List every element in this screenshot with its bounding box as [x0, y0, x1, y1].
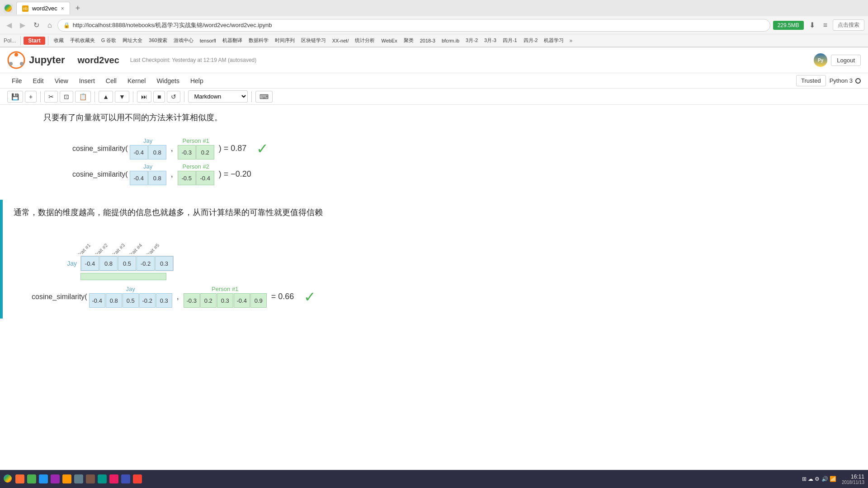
bookmark-web[interactable]: 网址大全: [120, 36, 145, 45]
trait-header-1: Trait #1: [77, 227, 94, 254]
bookmark-stats[interactable]: 统计分析: [352, 36, 377, 45]
bookmark-tf[interactable]: tensorfl: [197, 37, 219, 44]
kernel-info: Python 3: [830, 77, 861, 84]
copy-button[interactable]: ⊡: [60, 91, 73, 103]
cut-button[interactable]: ✂: [44, 91, 58, 103]
cell-type-select[interactable]: Markdown Code Raw NBConvert: [188, 90, 248, 103]
jay-5d-0: -0.4: [89, 293, 105, 308]
jay-cell-1-1: 0.8: [148, 145, 166, 160]
move-up-button[interactable]: ▲: [99, 91, 113, 103]
search-text[interactable]: 点击搜索: [833, 19, 864, 31]
taskbar-icon-3[interactable]: [27, 474, 36, 483]
bookmark-mar3[interactable]: 3月-3: [481, 36, 499, 45]
taskbar-icon-12[interactable]: [133, 474, 142, 483]
jay-vector-1: Jay -0.4 0.8: [130, 137, 166, 160]
kernel-circle: [855, 78, 861, 84]
taskbar-left: [4, 474, 142, 483]
p1-cell-1-1: 0.2: [196, 145, 214, 160]
trusted-button[interactable]: Trusted: [796, 75, 826, 86]
bookmark-360[interactable]: 360搜索: [146, 36, 170, 45]
paste-button[interactable]: 📋: [75, 91, 91, 103]
bookmark-ml[interactable]: 机器翻译: [220, 36, 245, 45]
taskbar-icon-6[interactable]: [62, 474, 71, 483]
active-tab[interactable]: nb word2vec ×: [16, 2, 70, 14]
taskbar-icon-4[interactable]: [39, 474, 48, 483]
forward-button[interactable]: ▶: [17, 19, 28, 31]
menu-edit[interactable]: Edit: [28, 75, 48, 86]
bookmark-cluster[interactable]: 聚类: [401, 36, 416, 45]
bookmark-mobile[interactable]: 手机收藏夹: [67, 36, 98, 45]
menu-help[interactable]: Help: [186, 75, 208, 86]
stop-button[interactable]: ■: [153, 91, 165, 103]
keyboard-button[interactable]: ⌨: [255, 91, 273, 103]
trait-header-5: Trait #5: [146, 227, 163, 254]
tab-bar: nb word2vec × +: [0, 0, 868, 16]
menu-insert[interactable]: Insert: [75, 75, 99, 86]
taskbar-clock: 16:11 2018/11/13: [842, 474, 864, 485]
refresh-button[interactable]: ↻: [31, 19, 42, 31]
jay-trait-3: -0.2: [137, 256, 155, 271]
more-bookmarks[interactable]: »: [567, 37, 574, 45]
taskbar: ⊞ ☁ ⚙ 🔊 📶 16:11 2018/11/13: [0, 470, 868, 488]
bookmark-apr1[interactable]: 四月-1: [500, 36, 520, 45]
move-down-button[interactable]: ▼: [115, 91, 129, 103]
bookmark-mllearn[interactable]: 机器学习: [541, 36, 566, 45]
menu-view[interactable]: View: [50, 75, 73, 86]
svg-point-3: [20, 62, 24, 66]
taskbar-icon-9[interactable]: [98, 474, 107, 483]
jay-5d-label: Jay: [126, 286, 135, 292]
bookmarks-bar: Pol... Start 收藏 手机收藏夹 G 谷歌 网址大全 360搜索 游戏…: [0, 34, 868, 47]
bookmark-google[interactable]: G 谷歌: [99, 36, 119, 45]
bookmark-game[interactable]: 游戏中心: [171, 36, 196, 45]
restart-button[interactable]: ↺: [167, 91, 180, 103]
logout-button[interactable]: Logout: [831, 55, 861, 66]
fast-forward-button[interactable]: ⏭: [137, 91, 151, 103]
bookmark-2018[interactable]: 2018-3: [417, 37, 438, 44]
notebook-name[interactable]: word2vec: [77, 55, 119, 66]
download-icon[interactable]: ⬇: [807, 19, 818, 31]
taskbar-icon-11[interactable]: [121, 474, 130, 483]
save-button[interactable]: 💾: [7, 91, 23, 103]
menu-kernel[interactable]: Kernel: [123, 75, 150, 86]
tab-close-icon[interactable]: ×: [61, 5, 64, 12]
notebook-scroll[interactable]: 只要有了向量就可以用不同的方法来计算相似度。 cosine_similarity…: [0, 105, 868, 476]
bookmark-xxnet[interactable]: XX-net/: [330, 37, 352, 44]
address-bar[interactable]: 🔒 http://localhost:8888/notebooks/机器学习实战…: [57, 19, 770, 32]
markdown-cell-1: 只要有了向量就可以用不同的方法来计算相似度。: [0, 108, 868, 134]
jupyter-wordmark: Jupyter: [29, 54, 65, 66]
bookmark-webex[interactable]: WebEx: [378, 37, 400, 44]
bookmark-mar2[interactable]: 3月-2: [463, 36, 481, 45]
bookmark-apr2[interactable]: 四月-2: [521, 36, 541, 45]
menu-file[interactable]: File: [7, 75, 27, 86]
start-button-top[interactable]: Start: [24, 37, 45, 45]
formula-1-prefix: cosine_similarity(: [72, 145, 128, 153]
bookmark-ds[interactable]: 数据科学: [246, 36, 271, 45]
formula-2-suffix: ) = −0.20: [219, 169, 251, 179]
add-cell-button[interactable]: +: [25, 91, 37, 103]
taskbar-icon-8[interactable]: [86, 474, 95, 483]
taskbar-icon-2[interactable]: [15, 474, 24, 483]
svg-point-2: [9, 62, 13, 66]
bookmark-ts[interactable]: 时间序列: [272, 36, 297, 45]
taskbar-icon-5[interactable]: [51, 474, 60, 483]
more-icon[interactable]: ≡: [821, 19, 830, 31]
bookmark-bfcrm[interactable]: bfcrm.ib: [439, 37, 462, 44]
home-button[interactable]: ⌂: [45, 19, 55, 31]
python-logo: Py: [814, 53, 827, 67]
jay-traits-label: Jay: [50, 260, 77, 267]
jay-trait-0: -0.4: [81, 256, 99, 271]
new-tab-button[interactable]: +: [72, 4, 84, 13]
header-right: Py Logout: [814, 53, 861, 67]
taskbar-icon-10[interactable]: [109, 474, 118, 483]
bookmark-blockchain[interactable]: 区块链学习: [298, 36, 329, 45]
trait-headers-row: Trait #1 Trait #2 Trait #3 Trait #4 Trai: [77, 227, 857, 254]
lower-formula-row: cosine_similarity( Jay -0.4 0.8 0.5 -0.2…: [32, 286, 857, 308]
taskbar-icon-7[interactable]: [74, 474, 83, 483]
menu-widgets[interactable]: Widgets: [152, 75, 184, 86]
jay-5d-2: 0.5: [123, 293, 139, 308]
jay-5d-3: -0.2: [139, 293, 156, 308]
back-button[interactable]: ◀: [4, 19, 14, 31]
cell-2-row: 通常，数据的维度越高，能提供的信息也就越多，从而计算结果的可靠性就更值得信赖 T…: [0, 200, 868, 319]
menu-cell[interactable]: Cell: [101, 75, 121, 86]
bookmark-save[interactable]: 收藏: [51, 36, 66, 45]
